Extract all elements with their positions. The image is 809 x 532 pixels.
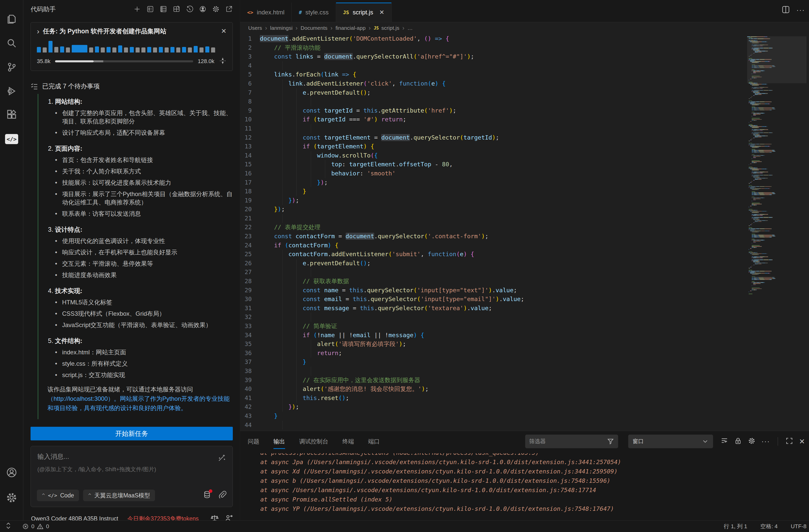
manage-gear-icon[interactable] bbox=[0, 486, 23, 509]
code-line[interactable]: 35 alert('请填写所有必填字段'); bbox=[240, 340, 809, 349]
open-external-icon[interactable] bbox=[225, 5, 233, 13]
history-icon[interactable] bbox=[186, 5, 193, 13]
code-line[interactable]: 3 const links = document.querySelectorAl… bbox=[240, 52, 809, 61]
mode-select-chip[interactable]: ^ </> Code bbox=[37, 490, 79, 501]
code-line[interactable]: 8 bbox=[240, 97, 809, 106]
breadcrumb-item[interactable]: lanmingsi bbox=[270, 25, 293, 31]
code-line[interactable]: 4 bbox=[240, 61, 809, 70]
code-line[interactable]: 40 alert('感谢您的消息! 我会尽快回复您。'); bbox=[240, 385, 809, 394]
code-line[interactable]: 30 const email = this.querySelector('inp… bbox=[240, 295, 809, 304]
feedback-person-icon[interactable] bbox=[225, 514, 233, 520]
summary-link[interactable]: （http://localhost:3000）。网站展示了作为Python开发者… bbox=[48, 395, 230, 411]
board-icon[interactable] bbox=[146, 5, 154, 13]
maximize-panel-icon[interactable] bbox=[786, 437, 793, 446]
explorer-icon[interactable] bbox=[0, 7, 23, 31]
code-line[interactable]: 43 } bbox=[240, 412, 809, 421]
context-database-icon[interactable] bbox=[203, 491, 211, 500]
marketplace-icon[interactable] bbox=[172, 5, 180, 13]
code-line[interactable]: 2 // 平滑滚动功能 bbox=[240, 43, 809, 53]
code-line[interactable]: 1document.addEventListener('DOMContentLo… bbox=[240, 34, 809, 43]
breadcrumb-item[interactable]: script.js bbox=[381, 25, 399, 31]
code-line[interactable]: 34 if (!name || !email || !message) { bbox=[240, 331, 809, 340]
code-line[interactable]: 18 } bbox=[240, 187, 809, 196]
code-line[interactable]: 39 // 在实际应用中，这里会发送数据到服务器 bbox=[240, 376, 809, 385]
code-line[interactable]: 7 e.preventDefault(); bbox=[240, 88, 809, 97]
panel-settings-gear-icon[interactable] bbox=[748, 437, 756, 446]
balance-scale-icon[interactable] bbox=[211, 514, 219, 520]
output-filter-input[interactable]: 筛选器 bbox=[525, 435, 618, 448]
split-editor-icon[interactable] bbox=[782, 5, 790, 15]
panel-tab-端口[interactable]: 端口 bbox=[368, 436, 380, 449]
code-line[interactable]: 5 links.forEach(link => { bbox=[240, 70, 809, 79]
editor-tab-index.html[interactable]: <>index.html bbox=[240, 2, 292, 22]
chat-input-box[interactable]: 输入消息... (@添加上下文，/输入命令, Shift+拖拽文件/图片) ^ … bbox=[31, 446, 233, 507]
code-line[interactable]: 44 bbox=[240, 421, 809, 430]
attach-paperclip-icon[interactable] bbox=[218, 491, 226, 500]
tab-close-icon[interactable]: ✕ bbox=[379, 9, 384, 16]
editor-tab-script.js[interactable]: JSscript.js✕ bbox=[336, 2, 392, 22]
output-content[interactable]: at process.processTicksAndRejections (no… bbox=[240, 453, 809, 519]
code-line[interactable]: 19 }); bbox=[240, 196, 809, 205]
panel-tab-问题[interactable]: 问题 bbox=[248, 436, 259, 449]
code-line[interactable]: 14 window.scrollTo({ bbox=[240, 151, 809, 160]
panel-tab-终端[interactable]: 终端 bbox=[342, 436, 354, 449]
server-list-icon[interactable] bbox=[159, 5, 167, 13]
code-line[interactable]: 13 if (targetElement) { bbox=[240, 142, 809, 151]
encoding[interactable]: UTF-8 bbox=[791, 523, 807, 530]
breadcrumb-item[interactable]: financial-app bbox=[335, 25, 366, 31]
more-actions-icon[interactable]: ··· bbox=[796, 6, 805, 14]
code-line[interactable]: 25 contactForm.addEventListener('submit'… bbox=[240, 250, 809, 259]
panel-tab-调试控制台[interactable]: 调试控制台 bbox=[299, 436, 328, 449]
breadcrumb[interactable]: Users›lanmingsi›Documents›financial-app›… bbox=[240, 22, 809, 34]
cursor-position[interactable]: 行 1, 列 1 bbox=[724, 523, 747, 530]
breadcrumb-item[interactable]: Users bbox=[248, 25, 262, 31]
remote-indicator-icon[interactable] bbox=[4, 522, 12, 531]
code-line[interactable]: 22 // 表单提交处理 bbox=[240, 223, 809, 232]
close-panel-icon[interactable]: ✕ bbox=[799, 437, 805, 446]
model-select-chip[interactable]: ^ 天翼云息壤MaaS模型 bbox=[83, 490, 155, 501]
extensions-icon[interactable] bbox=[0, 104, 23, 127]
run-debug-icon[interactable] bbox=[0, 79, 23, 103]
problems-status[interactable]: 0 0 bbox=[22, 523, 49, 530]
code-area[interactable]: 1document.addEventListener('DOMContentLo… bbox=[240, 34, 809, 431]
code-line[interactable]: 28 // 获取表单数据 bbox=[240, 277, 809, 286]
code-line[interactable]: 21 bbox=[240, 214, 809, 223]
editor-tab-style.css[interactable]: #style.css bbox=[292, 2, 336, 22]
code-line[interactable]: 32 bbox=[240, 313, 809, 322]
code-line[interactable]: 38 bbox=[240, 367, 809, 376]
code-line[interactable]: 17 }); bbox=[240, 178, 809, 187]
code-line[interactable]: 24 if (contactForm) { bbox=[240, 241, 809, 250]
code-line[interactable]: 10 if (targetId === '#') return; bbox=[240, 115, 809, 124]
task-close-icon[interactable]: ✕ bbox=[221, 27, 226, 35]
indentation[interactable]: 空格: 4 bbox=[760, 523, 777, 530]
code-line[interactable]: 36 return; bbox=[240, 349, 809, 358]
code-line[interactable]: 33 // 简单验证 bbox=[240, 322, 809, 331]
code-line[interactable]: 27 bbox=[240, 268, 809, 277]
code-line[interactable]: 37 } bbox=[240, 358, 809, 367]
code-line[interactable]: 31 const message = this.querySelector('t… bbox=[240, 304, 809, 313]
settings-gear-icon[interactable] bbox=[212, 5, 220, 13]
lock-scroll-icon[interactable] bbox=[734, 437, 742, 446]
minimap[interactable] bbox=[747, 36, 807, 427]
condense-context-icon[interactable] bbox=[219, 57, 226, 66]
code-line[interactable]: 15 top: targetElement.offsetTop - 80, bbox=[240, 160, 809, 169]
start-new-task-button[interactable]: 开始新任务 bbox=[31, 427, 233, 440]
code-line[interactable]: 11 bbox=[240, 124, 809, 133]
breadcrumb-item[interactable]: Documents bbox=[301, 25, 327, 31]
code-line[interactable]: 6 link.addEventListener('click', functio… bbox=[240, 79, 809, 88]
profile-icon[interactable] bbox=[199, 5, 207, 13]
code-line[interactable]: 9 const targetId = this.getAttribute('hr… bbox=[240, 106, 809, 115]
task-expand-chevron-icon[interactable]: › bbox=[37, 28, 39, 35]
word-wrap-icon[interactable] bbox=[721, 437, 728, 446]
search-icon[interactable] bbox=[0, 32, 23, 55]
output-channel-select[interactable]: 窗口 bbox=[628, 435, 713, 448]
account-icon[interactable] bbox=[0, 461, 23, 484]
code-line[interactable]: 23 const contactForm = document.querySel… bbox=[240, 232, 809, 241]
enhance-prompt-wand-icon[interactable] bbox=[218, 454, 226, 463]
code-line[interactable]: 26 e.preventDefault(); bbox=[240, 259, 809, 268]
panel-more-icon[interactable]: ··· bbox=[761, 437, 770, 445]
breadcrumb-item[interactable]: … bbox=[408, 25, 413, 31]
code-line[interactable]: 12 const targetElement = document.queryS… bbox=[240, 133, 809, 142]
panel-tab-输出[interactable]: 输出 bbox=[273, 436, 285, 449]
code-assistant-icon[interactable]: </> bbox=[0, 127, 23, 151]
